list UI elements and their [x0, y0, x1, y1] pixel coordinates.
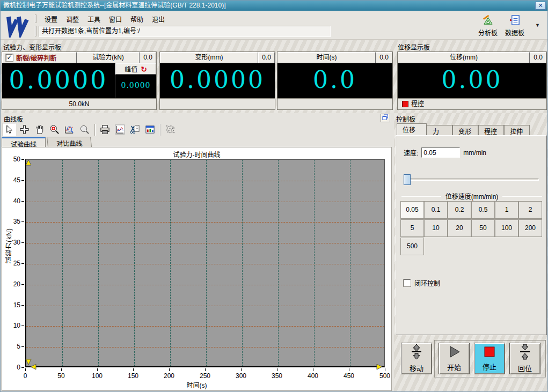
pan-right-arrow[interactable]: [376, 364, 382, 370]
x-tick-mark: [385, 368, 385, 371]
time-header-button[interactable]: 时间(s): [277, 52, 376, 63]
chart-settings-icon[interactable]: [113, 123, 127, 136]
menu-item-1[interactable]: 调整: [62, 13, 83, 25]
deformation-header-button[interactable]: 变形(mm): [160, 52, 258, 63]
x-gridline: [98, 160, 99, 366]
speed-slider[interactable]: [404, 174, 539, 185]
speed-preset-0.5[interactable]: 0.5: [471, 201, 495, 219]
speed-preset-500[interactable]: 500: [400, 238, 424, 255]
speed-slider-track[interactable]: [404, 179, 539, 181]
closed-loop-row[interactable]: 闭环控制: [404, 278, 440, 287]
restore-window-icon[interactable]: [381, 114, 390, 122]
copy-export-icon[interactable]: [128, 123, 142, 136]
displacement-header-button[interactable]: 位移(mm): [398, 52, 530, 63]
curve-tab-1[interactable]: 对比曲线: [47, 137, 92, 147]
menu-item-5[interactable]: 退出: [148, 13, 169, 25]
speed-preset-50[interactable]: 50: [471, 219, 495, 237]
pan-left-arrow[interactable]: [31, 364, 36, 370]
speed-preset-200[interactable]: 200: [518, 219, 542, 237]
curve-tabs: 试验曲线对比曲线: [2, 137, 93, 147]
control-tab-0[interactable]: 位移: [397, 123, 427, 135]
speed-preset-2[interactable]: 2: [518, 201, 542, 219]
speed-preset-0.05[interactable]: 0.05: [400, 201, 424, 219]
data-board-button[interactable]: 数据板: [502, 15, 527, 36]
pattern-icon[interactable]: [164, 123, 177, 136]
menu-item-3[interactable]: 窗口: [105, 13, 126, 25]
y-gridline: [26, 347, 384, 347]
stop-button[interactable]: 停止: [474, 343, 505, 374]
break-detect-checkbox[interactable]: ✓: [6, 54, 13, 61]
peak-reset-button[interactable]: 峰值 ↻: [115, 63, 156, 75]
speed-input[interactable]: [421, 147, 460, 158]
y-gridline: [26, 306, 384, 306]
speed-preset-0.1[interactable]: 0.1: [424, 201, 448, 219]
cursor-icon[interactable]: [3, 123, 16, 136]
speed-slider-handle[interactable]: [404, 174, 411, 185]
control-tab-4[interactable]: 拉伸: [504, 125, 530, 135]
x-tick-mark: [241, 368, 242, 371]
break-detect-checkbox-row[interactable]: ✓ 断裂/破碎判断: [2, 52, 77, 63]
title-bar: 微机控制电子万能试验机测控系统--[金属材料室温拉伸试验(GB/T 228.1-…: [1, 1, 548, 11]
y-tick-label: 45: [2, 176, 20, 184]
close-button[interactable]: ✕: [535, 2, 546, 10]
zoom-out-icon[interactable]: [78, 123, 91, 136]
toolbar-grip[interactable]: [35, 14, 36, 23]
x-tick-label: 500: [374, 372, 396, 380]
app-logo: [3, 13, 31, 38]
x-tick-mark: [25, 368, 26, 371]
move-label: 移动: [410, 363, 423, 373]
menu-item-0[interactable]: 设置: [41, 13, 61, 25]
speed-preset-5[interactable]: 5: [400, 219, 424, 237]
force-display-panel: ✓ 断裂/破碎判断 试验力(kN) 0.0 0.0000 峰值 ↻ 0.0000…: [2, 51, 157, 110]
y-tick-mark: [21, 242, 24, 243]
hand-pan-icon[interactable]: [33, 123, 46, 136]
speed-preset-0.2[interactable]: 0.2: [448, 201, 471, 219]
closed-loop-checkbox[interactable]: [404, 279, 411, 286]
speed-preset-100[interactable]: 100: [495, 219, 518, 237]
return-icon: [518, 344, 532, 361]
crosshair-icon[interactable]: [18, 123, 31, 136]
y-tick-mark: [21, 201, 24, 202]
x-tick-label: 0: [14, 372, 36, 380]
y-gridline: [26, 243, 384, 243]
control-tab-3[interactable]: 程控: [478, 125, 504, 135]
menu-item-4[interactable]: 帮助: [127, 13, 147, 25]
time-bottom-strip: [277, 98, 392, 109]
control-tab-2[interactable]: 变形: [452, 125, 478, 135]
displacement-display-panel: 位移(mm) 0.0 0.00 程控: [397, 51, 547, 110]
x-tick-mark: [97, 368, 98, 371]
time-lcd-value: 0.0: [277, 63, 392, 98]
curve-tab-0[interactable]: 试验曲线: [2, 137, 46, 147]
chart-plot-area[interactable]: [25, 159, 385, 367]
toolbar-dropdown-arrow[interactable]: ▼: [535, 23, 540, 28]
start-button[interactable]: 开始: [439, 343, 470, 374]
program-control-indicator: [402, 101, 408, 107]
deformation-bottom-strip: [160, 98, 275, 109]
print-icon[interactable]: [98, 123, 112, 136]
force-header-button[interactable]: 试验力(kN): [77, 52, 140, 63]
pan-up-arrow[interactable]: [25, 160, 32, 166]
return-button[interactable]: 回位: [509, 343, 540, 374]
y-tick-label: 50: [2, 156, 20, 163]
y-gridline: [26, 326, 384, 327]
zoom-curve-icon[interactable]: [63, 123, 76, 136]
speed-preset-20[interactable]: 20: [448, 219, 471, 237]
y-tick-label: 40: [2, 197, 20, 205]
y-tick-label: 35: [2, 218, 20, 225]
speed-preset-1[interactable]: 1: [495, 201, 518, 219]
speed-preset-10[interactable]: 10: [424, 219, 448, 237]
menu-item-2[interactable]: 工具: [84, 13, 104, 25]
y-gridline: [26, 181, 384, 181]
move-button[interactable]: 移动: [401, 343, 432, 374]
control-panel-title: 控制板: [396, 114, 415, 123]
chart-xlabel: 时间(s): [2, 380, 391, 389]
toolbar-grip[interactable]: [35, 26, 36, 36]
x-gridline: [62, 160, 63, 366]
return-label: 回位: [518, 363, 532, 373]
zoom-region-icon[interactable]: [48, 123, 61, 136]
data-board-icon: [509, 14, 521, 27]
analysis-board-button[interactable]: 分析板: [476, 15, 500, 36]
control-tab-1[interactable]: 力: [427, 125, 452, 135]
data-grid-icon[interactable]: [143, 123, 157, 136]
curve-panel: 曲线板 试验曲线对比曲线 试验力-时间曲线 试验力(kN) 时间(s) 0501…: [1, 113, 393, 392]
